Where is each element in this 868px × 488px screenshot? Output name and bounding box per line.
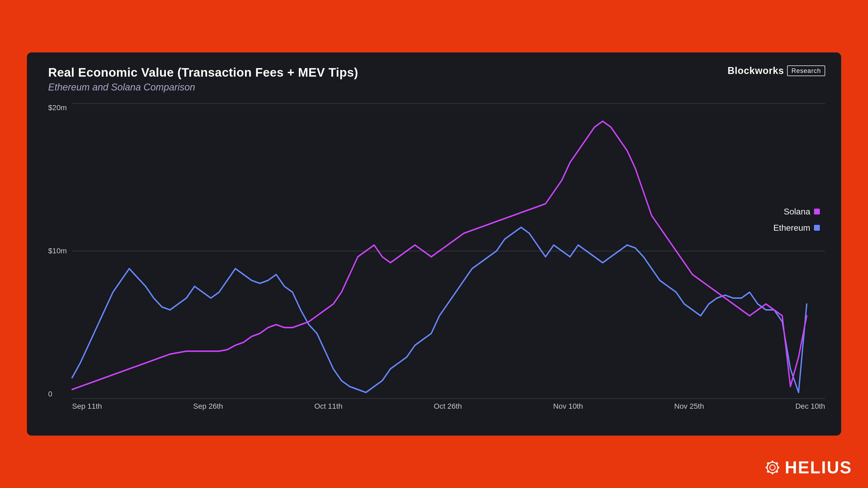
grid-line-top	[72, 103, 825, 104]
y-axis: $20m $10m 0	[48, 103, 69, 398]
chart-titles: Real Economic Value (Transaction Fees + …	[48, 65, 358, 93]
legend-item-solana: Solana	[773, 207, 820, 217]
x-label-sep26: Sep 26th	[193, 402, 223, 410]
svg-rect-4	[766, 467, 768, 468]
legend-solana-label: Solana	[784, 207, 810, 217]
x-label-oct11: Oct 11th	[314, 402, 342, 410]
legend-item-ethereum: Ethereum	[773, 223, 820, 233]
chart-title: Real Economic Value (Transaction Fees + …	[48, 65, 358, 80]
helius-branding: HELIUS	[765, 458, 852, 477]
x-label-oct26: Oct 26th	[434, 402, 462, 410]
helius-text: HELIUS	[785, 458, 852, 477]
x-label-nov25: Nov 25th	[674, 402, 704, 410]
solana-line	[72, 121, 807, 389]
chart-subtitle: Ethereum and Solana Comparison	[48, 82, 358, 93]
chart-header: Real Economic Value (Transaction Fees + …	[48, 65, 825, 93]
branding: Blockworks Research	[727, 65, 825, 77]
research-badge: Research	[787, 65, 825, 76]
x-label-dec10: Dec 10th	[795, 402, 825, 410]
x-axis: Sep 11th Sep 26th Oct 11th Oct 26th Nov …	[72, 398, 825, 414]
svg-rect-2	[772, 461, 773, 463]
y-label-0: 0	[48, 390, 69, 398]
x-label-nov10: Nov 10th	[553, 402, 583, 410]
svg-point-1	[770, 465, 775, 470]
legend-ethereum-label: Ethereum	[773, 223, 810, 233]
legend-ethereum-dot	[814, 225, 820, 231]
blockworks-label: Blockworks	[727, 65, 784, 77]
x-label-sep11: Sep 11th	[72, 402, 102, 410]
page-wrapper: Real Economic Value (Transaction Fees + …	[0, 0, 868, 488]
ethereum-line	[72, 227, 807, 392]
svg-rect-5	[777, 467, 779, 468]
y-label-20m: $20m	[48, 103, 69, 112]
y-label-10m: $10m	[48, 247, 69, 255]
chart-body: $20m $10m 0	[48, 103, 825, 414]
legend: Solana Ethereum	[773, 207, 820, 233]
helius-logo-icon	[765, 460, 780, 476]
svg-rect-3	[772, 472, 773, 475]
chart-container: Real Economic Value (Transaction Fees + …	[27, 53, 841, 435]
svg-point-0	[767, 462, 778, 473]
chart-plot-area: Solana Ethereum	[72, 103, 825, 398]
legend-solana-dot	[814, 209, 820, 214]
